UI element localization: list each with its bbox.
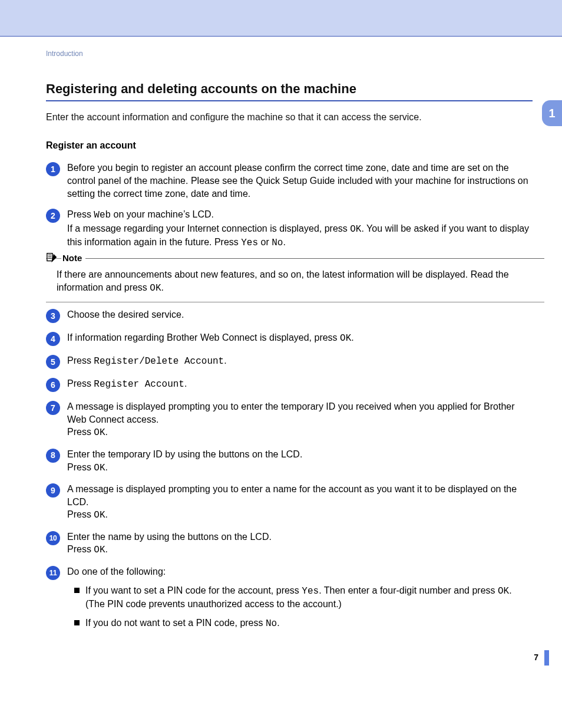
sub-bullet-text: If you want to set a PIN code for the ac… — [85, 584, 533, 611]
sub-bullet-list: If you want to set a PIN code for the ac… — [67, 584, 533, 631]
code: OK — [94, 463, 105, 473]
note-block: Note If there are announcements about ne… — [46, 258, 544, 302]
text: . — [105, 544, 108, 554]
sub-bullet-item: If you do not want to set a PIN code, pr… — [67, 617, 533, 631]
step-1: 1 Before you begin to register an accoun… — [46, 162, 533, 200]
code: OK — [150, 283, 161, 294]
step-text: If information regarding Brother Web Con… — [67, 331, 533, 345]
step-4: 4 If information regarding Brother Web C… — [46, 331, 533, 346]
note-label: Note — [61, 253, 85, 263]
text: Enter the temporary ID by using the butt… — [67, 449, 302, 459]
svg-rect-0 — [47, 253, 52, 261]
step-number-icon: 9 — [46, 483, 60, 498]
step-number-icon: 4 — [46, 332, 60, 346]
step-number-icon: 2 — [46, 209, 60, 223]
sub-bullet-text: If you do not want to set a PIN code, pr… — [85, 617, 280, 631]
code: OK — [350, 224, 361, 235]
step-text: Press Web on your machine’s LCD. If a me… — [67, 208, 533, 250]
step-number-icon: 10 — [46, 531, 60, 545]
step-text: Enter the temporary ID by using the butt… — [67, 448, 533, 475]
chapter-tab: 1 — [542, 100, 562, 126]
text: Press — [67, 378, 94, 388]
text: A message is displayed prompting you to … — [67, 484, 517, 507]
note-body: If there are announcements about new fea… — [46, 268, 544, 295]
page-number-accent — [544, 650, 549, 666]
code: No — [272, 238, 283, 248]
section-title: Registering and deleting accounts on the… — [46, 81, 533, 101]
step-number-icon: 8 — [46, 449, 60, 463]
code: Register/Delete Account — [94, 356, 224, 367]
text: or — [258, 237, 272, 247]
code: Yes — [241, 238, 258, 248]
text: . — [224, 355, 226, 365]
page-content: Introduction Registering and deleting ac… — [0, 37, 562, 680]
step-text: Do one of the following: If you want to … — [67, 565, 533, 636]
text: If you do not want to set a PIN code, pr… — [85, 618, 266, 628]
step-text: Press Register Account. — [67, 377, 533, 391]
text: Do one of the following: — [67, 566, 166, 577]
text: . — [105, 427, 108, 437]
code: OK — [94, 510, 105, 521]
text: on your machine’s LCD. — [111, 209, 214, 219]
note-header: Note — [46, 252, 544, 265]
intro-text: Enter the account information and config… — [46, 111, 544, 124]
text: If information regarding Brother Web Con… — [67, 332, 340, 342]
step-9: 9 A message is displayed prompting you t… — [46, 483, 533, 522]
step-text: A message is displayed prompting you to … — [67, 400, 533, 440]
text: A message is displayed prompting you to … — [67, 401, 515, 424]
text: If you want to set a PIN code for the ac… — [85, 585, 302, 595]
square-bullet-icon — [74, 588, 80, 593]
text: . — [184, 378, 187, 388]
step-5: 5 Press Register/Delete Account. — [46, 354, 533, 369]
text: . — [105, 509, 108, 519]
step-3: 3 Choose the desired service. — [46, 308, 533, 323]
code: Yes — [302, 586, 319, 597]
step-number-icon: 1 — [46, 162, 60, 176]
text: Press — [67, 427, 94, 437]
step-list-continued: 3 Choose the desired service. 4 If infor… — [46, 308, 533, 636]
step-7: 7 A message is displayed prompting you t… — [46, 400, 533, 440]
text: If a message regarding your Internet con… — [67, 223, 350, 233]
text: Press — [67, 209, 94, 219]
step-text: Before you begin to register an account … — [67, 162, 533, 200]
step-11: 11 Do one of the following: If you want … — [46, 565, 533, 636]
step-number-icon: 6 — [46, 378, 60, 392]
text: . — [277, 618, 279, 628]
breadcrumb: Introduction — [46, 50, 544, 58]
step-text: Choose the desired service. — [67, 308, 533, 321]
step-10: 10 Enter the name by using the buttons o… — [46, 531, 533, 557]
code: Register Account — [94, 379, 184, 390]
text: . — [351, 332, 353, 342]
step-2: 2 Press Web on your machine’s LCD. If a … — [46, 208, 533, 250]
text: . — [161, 282, 164, 292]
code: OK — [94, 427, 105, 438]
code: OK — [94, 545, 105, 555]
text: Press — [67, 462, 94, 472]
text: . — [283, 237, 285, 247]
code: Web — [94, 210, 111, 220]
text: . Then enter a four-digit number and pre… — [319, 585, 498, 595]
code: No — [266, 618, 277, 629]
page-number: 7 — [534, 653, 538, 662]
text: If there are announcements about new fea… — [57, 269, 509, 292]
step-list: 1 Before you begin to register an accoun… — [46, 162, 533, 250]
header-band — [0, 0, 562, 37]
note-rule — [85, 258, 544, 259]
step-number-icon: 3 — [46, 309, 60, 323]
text: Enter the name by using the buttons on t… — [67, 532, 272, 542]
step-number-icon: 5 — [46, 355, 60, 369]
square-bullet-icon — [74, 620, 80, 625]
step-text: Enter the name by using the buttons on t… — [67, 531, 533, 557]
text: . — [105, 462, 108, 472]
code: OK — [498, 586, 509, 597]
text: Press — [67, 509, 94, 519]
step-text: Press Register/Delete Account. — [67, 354, 533, 368]
sub-bullet-item: If you want to set a PIN code for the ac… — [67, 584, 533, 611]
step-8: 8 Enter the temporary ID by using the bu… — [46, 448, 533, 475]
step-number-icon: 11 — [46, 566, 60, 580]
text: Press — [67, 355, 94, 365]
step-text: A message is displayed prompting you to … — [67, 483, 533, 522]
code: OK — [340, 333, 351, 344]
step-6: 6 Press Register Account. — [46, 377, 533, 392]
note-pencil-icon — [46, 252, 59, 265]
